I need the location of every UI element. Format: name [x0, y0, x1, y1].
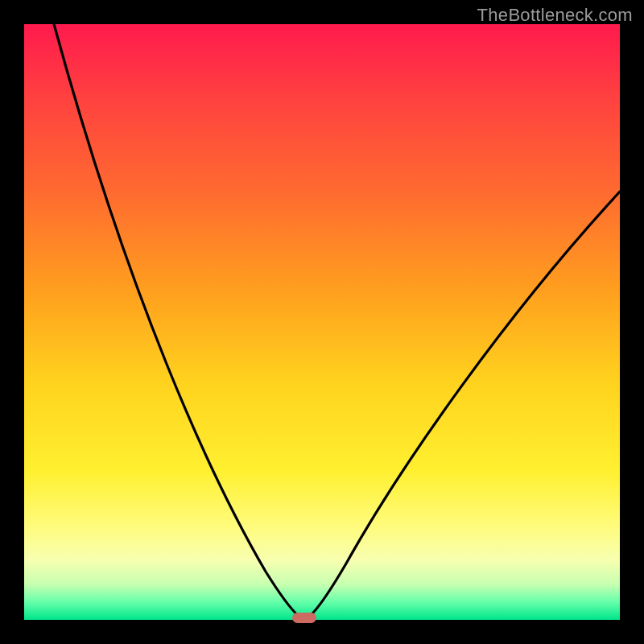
plot-area [24, 24, 620, 620]
curve-path [54, 24, 620, 620]
bottleneck-curve [24, 24, 620, 620]
watermark-text: TheBottleneck.com [477, 5, 633, 26]
optimal-marker [292, 613, 316, 623]
chart-frame: TheBottleneck.com [0, 0, 644, 644]
